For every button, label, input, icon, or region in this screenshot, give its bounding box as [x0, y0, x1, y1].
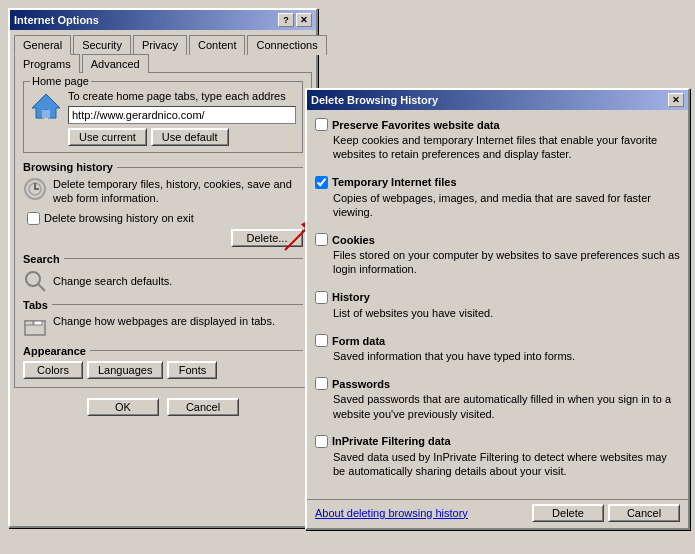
tabs-section: Tabs Change how webpages are displayed i…: [23, 299, 303, 339]
formdata-title: Form data: [332, 335, 385, 347]
dbh-item-temp: Temporary Internet files Copies of webpa…: [315, 176, 680, 226]
dbh-temp-header: Temporary Internet files: [315, 176, 680, 189]
dbh-item-history: History List of websites you have visite…: [315, 291, 680, 326]
tab-general[interactable]: General: [14, 35, 71, 55]
search-icon: [23, 269, 47, 293]
temp-desc: Copies of webpages, images, and media th…: [333, 191, 680, 220]
formdata-desc: Saved information that you have typed in…: [333, 349, 680, 363]
home-page-group: Home page To create home page tabs, type…: [23, 81, 303, 153]
search-section: Search Change search defaults.: [23, 253, 303, 293]
colors-button[interactable]: Colors: [23, 361, 83, 379]
home-page-desc: To create home page tabs, type each addr…: [68, 90, 296, 102]
cookies-title: Cookies: [332, 234, 375, 246]
dbh-cookies-header: Cookies: [315, 233, 680, 246]
formdata-checkbox[interactable]: [315, 334, 328, 347]
dbh-close-button[interactable]: ✕: [668, 93, 684, 107]
dbh-preserve-header: Preserve Favorites website data: [315, 118, 680, 131]
search-desc: Change search defaults.: [53, 275, 172, 287]
close-button[interactable]: ✕: [296, 13, 312, 27]
svg-line-5: [38, 284, 45, 291]
internet-options-title: Internet Options: [14, 14, 99, 26]
history-icon: [23, 177, 47, 201]
preserve-title: Preserve Favorites website data: [332, 119, 500, 131]
cookies-checkbox[interactable]: [315, 233, 328, 246]
delete-button[interactable]: Delete...: [231, 229, 303, 247]
passwords-desc: Saved passwords that are automatically f…: [333, 392, 680, 421]
home-page-content: To create home page tabs, type each addr…: [30, 86, 296, 146]
dbh-history-header: History: [315, 291, 680, 304]
svg-rect-7: [25, 321, 33, 325]
search-label: Search: [23, 253, 303, 265]
house-svg: [30, 90, 62, 122]
browsing-history-label: Browsing history: [23, 161, 303, 173]
history-desc: List of websites you have visited.: [333, 306, 680, 320]
svg-point-4: [26, 272, 40, 286]
temp-checkbox[interactable]: [315, 176, 328, 189]
dbh-item-cookies: Cookies Files stored on your computer by…: [315, 233, 680, 283]
inprivate-desc: Saved data used by InPrivate Filtering t…: [333, 450, 680, 479]
delete-on-exit-checkbox[interactable]: [27, 212, 40, 225]
svg-rect-1: [42, 110, 50, 118]
search-row: Change search defaults.: [23, 269, 303, 293]
appearance-buttons: Colors Languages Fonts: [23, 361, 303, 379]
tab-content-general: Home page To create home page tabs, type…: [14, 72, 312, 388]
home-page-inputs: To create home page tabs, type each addr…: [68, 90, 296, 146]
delete-on-exit-label: Delete browsing history on exit: [44, 212, 194, 224]
svg-rect-8: [34, 321, 42, 325]
tab-connections[interactable]: Connections: [247, 35, 326, 55]
languages-button[interactable]: Languages: [87, 361, 163, 379]
browsing-history-row: Delete temporary files, history, cookies…: [23, 177, 303, 206]
home-icon: [30, 90, 62, 122]
dbh-item-passwords: Passwords Saved passwords that are autom…: [315, 377, 680, 427]
inprivate-checkbox[interactable]: [315, 435, 328, 448]
about-link[interactable]: About deleting browsing history: [315, 507, 468, 519]
cookies-desc: Files stored on your computer by website…: [333, 248, 680, 277]
passwords-title: Passwords: [332, 378, 390, 390]
tabs-section-label: Tabs: [23, 299, 303, 311]
use-default-button[interactable]: Use default: [151, 128, 229, 146]
tab-privacy[interactable]: Privacy: [133, 35, 187, 55]
preserve-checkbox[interactable]: [315, 118, 328, 131]
dbh-item-formdata: Form data Saved information that you hav…: [315, 334, 680, 369]
dbh-content: Preserve Favorites website data Keep coo…: [307, 110, 688, 495]
fonts-button[interactable]: Fonts: [167, 361, 217, 379]
dbh-formdata-header: Form data: [315, 334, 680, 347]
appearance-section: Appearance Colors Languages Fonts: [23, 345, 303, 379]
titlebar-buttons: ? ✕: [278, 13, 312, 27]
internet-options-window: Internet Options ? ✕ General Security Pr…: [8, 8, 318, 528]
tabs-desc: Change how webpages are displayed in tab…: [53, 315, 275, 327]
delete-on-exit-row: Delete browsing history on exit: [23, 212, 303, 225]
delete-browsing-history-window: Delete Browsing History ✕ Preserve Favor…: [305, 88, 690, 530]
history-title: History: [332, 291, 370, 303]
temp-title: Temporary Internet files: [332, 176, 457, 188]
ok-button[interactable]: OK: [87, 398, 159, 416]
help-button[interactable]: ?: [278, 13, 294, 27]
tab-content[interactable]: Content: [189, 35, 246, 55]
browsing-history-section: Browsing history Delete temporary files,…: [23, 161, 303, 247]
home-page-group-label: Home page: [30, 75, 91, 87]
tab-security[interactable]: Security: [73, 35, 131, 55]
cancel-button[interactable]: Cancel: [167, 398, 239, 416]
internet-options-footer: OK Cancel: [10, 392, 316, 422]
tabs-row: Change how webpages are displayed in tab…: [23, 315, 303, 339]
dbh-title: Delete Browsing History: [311, 94, 438, 106]
home-page-url-input[interactable]: [68, 106, 296, 124]
dbh-footer-buttons: Delete Cancel: [532, 504, 680, 522]
home-page-buttons: Use current Use default: [68, 128, 296, 146]
dbh-delete-button[interactable]: Delete: [532, 504, 604, 522]
dbh-cancel-button[interactable]: Cancel: [608, 504, 680, 522]
delete-btn-row: Delete...: [23, 229, 303, 247]
internet-options-titlebar: Internet Options ? ✕: [10, 10, 316, 30]
passwords-checkbox[interactable]: [315, 377, 328, 390]
dbh-inprivate-header: InPrivate Filtering data: [315, 435, 680, 448]
tab-bar: General Security Privacy Content Connect…: [10, 30, 316, 54]
use-current-button[interactable]: Use current: [68, 128, 147, 146]
dbh-item-inprivate: InPrivate Filtering data Saved data used…: [315, 435, 680, 485]
tab-programs[interactable]: Programs: [14, 54, 80, 73]
tab-bar-2: Programs Advanced: [10, 53, 316, 72]
browsing-history-desc: Delete temporary files, history, cookies…: [53, 177, 303, 206]
history-checkbox[interactable]: [315, 291, 328, 304]
appearance-label: Appearance: [23, 345, 303, 357]
dbh-footer: About deleting browsing history Delete C…: [307, 499, 688, 528]
tab-advanced[interactable]: Advanced: [82, 54, 149, 73]
